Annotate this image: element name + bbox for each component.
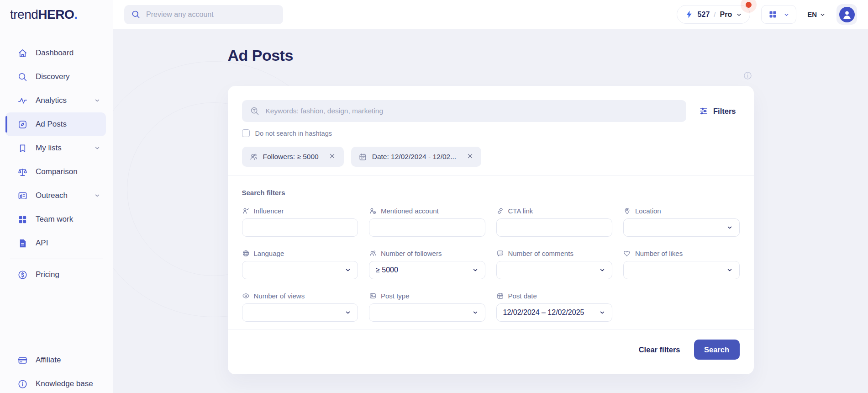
sidebar-item-affiliate[interactable]: Affiliate <box>0 348 113 372</box>
ad-posts-icon <box>17 119 28 130</box>
chevron-down-icon <box>472 309 479 316</box>
chip-close-button[interactable] <box>323 147 342 167</box>
chevron-down-icon <box>345 267 351 273</box>
filter-field-label: Number of likes <box>623 249 740 257</box>
info-circle-icon <box>17 379 28 389</box>
info-icon[interactable] <box>743 71 752 80</box>
divider <box>228 329 754 329</box>
filter-control[interactable] <box>496 218 613 237</box>
chevron-down-icon <box>726 267 733 273</box>
filter-field-post-type: Post type <box>369 292 485 322</box>
sidebar-item-outreach[interactable]: Outreach <box>0 184 113 207</box>
credits-plan-dropdown[interactable]: 527 / Pro <box>677 5 751 24</box>
person-check-icon <box>242 207 250 215</box>
chevron-down-icon <box>820 11 826 17</box>
keywords-input[interactable] <box>266 107 679 115</box>
sidebar-item-label: Ad Posts <box>36 120 67 129</box>
sidebar-item-comparison[interactable]: Comparison <box>0 160 113 184</box>
brand-name-bold: HERO <box>38 7 74 22</box>
sidebar-item-pricing[interactable]: Pricing <box>0 263 113 287</box>
filters-grid: Influencer Mentioned account <box>242 207 740 322</box>
filter-control[interactable] <box>242 218 358 237</box>
plan-label: Pro <box>720 11 732 19</box>
filter-field-influencer: Influencer <box>242 207 358 237</box>
chevron-down-icon <box>472 267 479 273</box>
filter-control[interactable] <box>369 218 485 237</box>
credit-card-icon <box>17 355 28 366</box>
chevron-down-icon <box>94 145 100 151</box>
hashtag-checkbox-row: Do not search in hashtags <box>242 129 740 137</box>
filters-button[interactable]: Filters <box>699 106 736 116</box>
chip-close-button[interactable] <box>461 147 479 167</box>
filter-field-label: Number of views <box>242 292 358 300</box>
sidebar-item-my-lists[interactable]: My lists <box>0 136 113 160</box>
sidebar-item-label: Knowledge base <box>36 379 93 388</box>
filter-field-label: Mentioned account <box>369 207 485 215</box>
filter-control[interactable] <box>242 261 358 279</box>
filter-field-label: Language <box>242 249 358 257</box>
filters-card: Filters Do not search in hashtags Follow… <box>228 86 754 374</box>
brand-logo[interactable]: trendHERO. <box>0 0 113 29</box>
keywords-search[interactable] <box>242 100 686 122</box>
filter-field-label: Post date <box>496 292 613 300</box>
filter-field-label: Number of followers <box>369 249 485 257</box>
filter-field-label: Location <box>623 207 740 215</box>
image-icon <box>369 292 377 300</box>
filter-field-post-date: Post date 12/02/2024 – 12/02/2025 <box>496 292 613 322</box>
filter-value: ≥ 5000 <box>376 266 398 274</box>
comment-icon <box>496 250 504 257</box>
filter-control[interactable] <box>623 218 740 237</box>
home-icon <box>17 48 28 58</box>
filter-chip-label: Date: 12/02/2024 - 12/02... <box>372 153 456 161</box>
filter-control[interactable] <box>242 303 358 322</box>
hashtag-checkbox[interactable] <box>242 129 250 137</box>
search-button[interactable]: Search <box>694 340 740 360</box>
sidebar-item-label: Comparison <box>36 167 78 176</box>
sidebar: trendHERO. Dashboard Discovery Analytics <box>0 0 113 393</box>
filter-field-language: Language <box>242 249 358 279</box>
heart-icon <box>623 250 631 257</box>
filter-control[interactable] <box>496 261 613 279</box>
credits-count: 527 <box>698 11 710 19</box>
filter-field-location: Location <box>623 207 740 237</box>
apps-dropdown[interactable] <box>761 5 796 24</box>
sidebar-item-dashboard[interactable]: Dashboard <box>0 41 113 65</box>
clear-filters-button[interactable]: Clear filters <box>639 345 680 354</box>
sidebar-item-team-work[interactable]: Team work <box>0 207 113 231</box>
filter-control[interactable]: ≥ 5000 <box>369 261 485 279</box>
sidebar-item-label: Team work <box>36 215 73 224</box>
filter-field-number-of-comments: Number of comments <box>496 249 613 279</box>
sidebar-item-label: Analytics <box>36 96 67 105</box>
keyword-search-icon <box>250 106 260 116</box>
sidebar-item-api[interactable]: API <box>0 231 113 255</box>
user-menu[interactable] <box>836 4 857 25</box>
language-label: EN <box>807 11 817 18</box>
link-icon <box>496 207 504 215</box>
chevron-down-icon <box>726 224 733 231</box>
filter-field-label: CTA link <box>496 207 613 215</box>
filter-field-number-of-views: Number of views <box>242 292 358 322</box>
filter-control[interactable]: 12/02/2024 – 12/02/2025 <box>496 303 613 322</box>
sidebar-item-ad-posts[interactable]: Ad Posts <box>5 112 106 136</box>
bolt-icon <box>685 10 694 19</box>
language-dropdown[interactable]: EN <box>807 11 826 18</box>
divider <box>228 175 754 176</box>
search-icon <box>131 10 141 19</box>
sidebar-item-discovery[interactable]: Discovery <box>0 65 113 89</box>
chevron-down-icon <box>94 97 100 104</box>
filter-control[interactable] <box>623 261 740 279</box>
apps-grid-icon <box>768 10 778 19</box>
sidebar-item-label: API <box>36 239 48 248</box>
filter-chip-label: Followers: ≥ 5000 <box>263 153 319 161</box>
filter-field-number-of-likes: Number of likes <box>623 249 740 279</box>
filter-control[interactable] <box>369 303 485 322</box>
account-search[interactable] <box>124 5 283 24</box>
search-icon <box>17 72 28 82</box>
filter-field-number-of-followers: Number of followers ≥ 5000 <box>369 249 485 279</box>
filter-field-label: Post type <box>369 292 485 300</box>
account-search-input[interactable] <box>146 11 276 19</box>
credits-separator: / <box>714 11 715 18</box>
sidebar-item-analytics[interactable]: Analytics <box>0 89 113 112</box>
topbar: 527 / Pro EN <box>113 0 868 29</box>
sidebar-item-knowledge-base[interactable]: Knowledge base <box>0 372 113 393</box>
